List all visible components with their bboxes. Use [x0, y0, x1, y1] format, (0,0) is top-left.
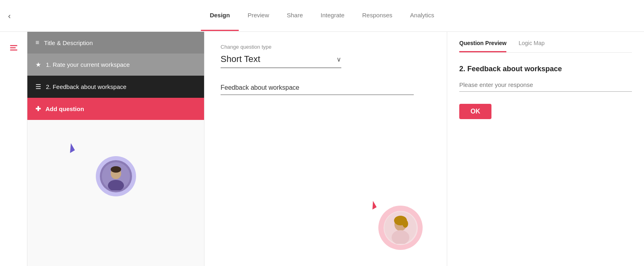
svg-point-5: [111, 166, 121, 173]
nav-tabs: Design Preview Share Integrate Responses…: [201, 0, 443, 31]
q2-icon: ☰: [35, 83, 41, 91]
cursor-blue-icon: [66, 143, 75, 153]
svg-rect-2: [10, 49, 17, 51]
sidebar-item-title-desc[interactable]: ≡ Title & Description: [27, 32, 204, 54]
back-button[interactable]: ‹: [8, 11, 11, 21]
svg-rect-0: [10, 45, 17, 46]
add-icon: ✚: [35, 105, 41, 113]
avatar-female-svg: [384, 212, 417, 244]
tab-logic-map[interactable]: Logic Map: [518, 40, 545, 52]
title-desc-icon: ≡: [35, 39, 39, 46]
preview-response-input[interactable]: [459, 81, 632, 92]
add-question-button[interactable]: ✚ Add question: [27, 98, 204, 120]
menu-icon-button[interactable]: [6, 40, 22, 56]
avatar-inner-pink: [384, 211, 418, 245]
tab-question-preview[interactable]: Question Preview: [459, 40, 506, 52]
type-selector[interactable]: Short Text ∨: [221, 54, 341, 68]
main-layout: ≡ Title & Description ★ 1. Rate your cur…: [0, 32, 644, 266]
middle-panel: Change question type Short Text ∨: [204, 32, 447, 266]
left-panel: ≡ Title & Description ★ 1. Rate your cur…: [27, 32, 204, 266]
ok-button[interactable]: OK: [459, 104, 491, 119]
avatar-pink: [378, 206, 423, 250]
add-question-label: Add question: [45, 105, 84, 112]
avatar-blue: [96, 156, 136, 196]
type-selector-value: Short Text: [221, 54, 260, 64]
sidebar-item-q1[interactable]: ★ 1. Rate your current workspace: [27, 54, 204, 76]
avatar-inner-blue: [100, 160, 132, 192]
q2-label: 2. Feedback about workspace: [46, 83, 126, 90]
svg-rect-1: [10, 47, 16, 49]
tab-analytics[interactable]: Analytics: [401, 0, 443, 31]
right-panel: Question Preview Logic Map 2. Feedback a…: [447, 32, 644, 266]
tab-integrate[interactable]: Integrate: [312, 0, 353, 31]
top-nav: ‹ Design Preview Share Integrate Respons…: [0, 0, 644, 32]
avatar-male-svg: [102, 162, 130, 190]
question-input[interactable]: [221, 84, 414, 95]
change-type-label: Change question type: [221, 44, 431, 50]
cursor-pink-icon: [369, 201, 376, 210]
preview-question-title: 2. Feedback about workspace: [459, 65, 632, 73]
avatar-area-blue: [27, 144, 204, 196]
tab-design[interactable]: Design: [201, 0, 239, 31]
svg-point-10: [402, 220, 408, 228]
icon-bar: [0, 32, 27, 266]
sidebar-item-q2[interactable]: ☰ 2. Feedback about workspace: [27, 76, 204, 98]
avatar-area-pink: [378, 206, 423, 250]
tab-responses[interactable]: Responses: [353, 0, 401, 31]
tab-share[interactable]: Share: [278, 0, 312, 31]
title-desc-label: Title & Description: [44, 39, 93, 46]
tab-preview[interactable]: Preview: [239, 0, 278, 31]
q1-label: 1. Rate your current workspace: [46, 61, 130, 68]
right-panel-tabs: Question Preview Logic Map: [459, 40, 632, 53]
chevron-down-icon: ∨: [336, 56, 341, 63]
q1-icon: ★: [35, 61, 41, 68]
